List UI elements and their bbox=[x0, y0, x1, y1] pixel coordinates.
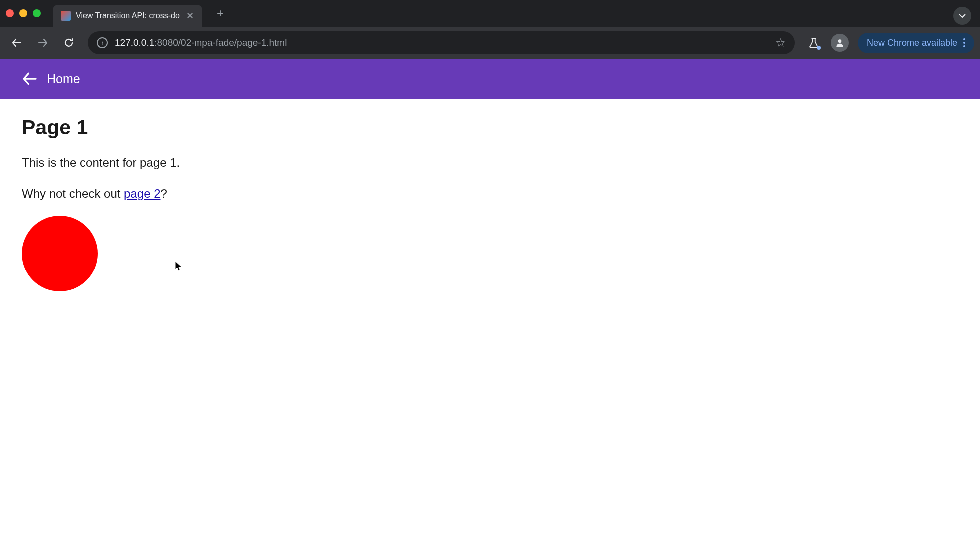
reload-icon bbox=[63, 37, 75, 49]
site-info-icon[interactable]: i bbox=[97, 37, 108, 48]
url-host: 127.0.0.1 bbox=[115, 37, 154, 48]
page-title: Page 1 bbox=[22, 116, 958, 139]
page-header: Home bbox=[0, 59, 980, 99]
browser-toolbar: i 127.0.0.1:8080/02-mpa-fade/page-1.html… bbox=[0, 27, 980, 59]
profile-button[interactable] bbox=[829, 32, 851, 54]
update-chrome-button[interactable]: New Chrome available bbox=[858, 33, 974, 53]
new-tab-button[interactable]: + bbox=[211, 4, 229, 22]
p2-suffix: ? bbox=[161, 187, 167, 200]
browser-chrome: View Transition API: cross-do ✕ + bbox=[0, 0, 980, 59]
labs-button[interactable] bbox=[803, 32, 825, 54]
profile-avatar-icon bbox=[831, 34, 849, 52]
arrow-right-icon bbox=[37, 37, 49, 49]
update-label: New Chrome available bbox=[867, 38, 957, 48]
url-text: 127.0.0.1:8080/02-mpa-fade/page-1.html bbox=[115, 37, 768, 48]
tab-favicon-icon bbox=[61, 11, 71, 21]
paragraph-2: Why not check out page 2? bbox=[22, 185, 958, 202]
p2-prefix: Why not check out bbox=[22, 187, 124, 200]
page-back-button[interactable] bbox=[22, 71, 38, 87]
home-link[interactable]: Home bbox=[47, 72, 80, 86]
window-controls bbox=[6, 9, 41, 17]
tabs-dropdown-button[interactable] bbox=[953, 7, 971, 25]
red-circle bbox=[22, 216, 98, 291]
tab-strip: View Transition API: cross-do ✕ + bbox=[0, 0, 980, 27]
chevron-down-icon bbox=[958, 12, 966, 20]
page-2-link[interactable]: page 2 bbox=[124, 187, 160, 200]
paragraph-1: This is the content for page 1. bbox=[22, 154, 958, 171]
tab-title: View Transition API: cross-do bbox=[76, 11, 180, 20]
page-content: Page 1 This is the content for page 1. W… bbox=[0, 99, 980, 308]
window-maximize-button[interactable] bbox=[33, 9, 41, 17]
address-bar[interactable]: i 127.0.0.1:8080/02-mpa-fade/page-1.html… bbox=[88, 31, 795, 54]
tab-close-button[interactable]: ✕ bbox=[185, 11, 195, 21]
notification-dot-icon bbox=[817, 46, 821, 50]
bookmark-star-button[interactable]: ☆ bbox=[775, 36, 786, 50]
browser-tab[interactable]: View Transition API: cross-do ✕ bbox=[53, 5, 202, 27]
window-close-button[interactable] bbox=[6, 9, 14, 17]
reload-button[interactable] bbox=[58, 32, 80, 54]
nav-back-button[interactable] bbox=[6, 32, 28, 54]
arrow-left-icon bbox=[22, 71, 38, 87]
nav-forward-button[interactable] bbox=[32, 32, 54, 54]
window-minimize-button[interactable] bbox=[19, 9, 27, 17]
svg-point-0 bbox=[838, 39, 842, 43]
more-menu-icon bbox=[963, 38, 965, 47]
arrow-left-icon bbox=[11, 37, 23, 49]
url-path: :8080/02-mpa-fade/page-1.html bbox=[154, 37, 287, 48]
